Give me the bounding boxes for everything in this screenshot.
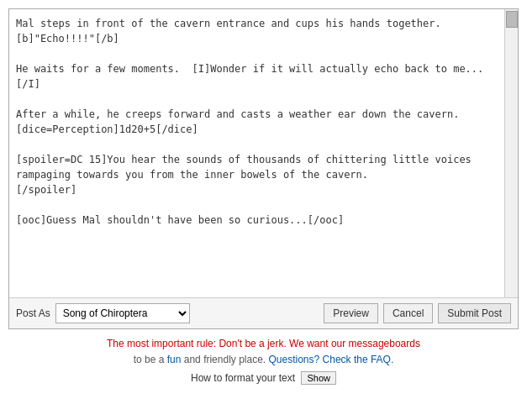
footer-line2-start: to be a <box>134 354 167 365</box>
footer-line1: The most important rule: Don't be a jerk… <box>107 338 420 349</box>
cancel-button[interactable]: Cancel <box>383 303 433 323</box>
show-format-button[interactable]: Show <box>301 371 336 385</box>
editor-container: Mal steps in front of the cavern entranc… <box>8 8 519 329</box>
post-as-label: Post As <box>16 307 50 319</box>
scrollbar[interactable] <box>504 9 518 297</box>
format-bar: How to format your text Show <box>191 371 336 385</box>
post-as-select[interactable]: Song of Chiroptera <box>55 303 190 323</box>
preview-button[interactable]: Preview <box>324 303 378 323</box>
footer-faq-link[interactable]: Questions? Check the FAQ. <box>269 354 394 365</box>
format-text: How to format your text <box>191 372 295 384</box>
textarea-wrapper: Mal steps in front of the cavern entranc… <box>9 9 518 297</box>
footer-text: The most important rule: Don't be a jerk… <box>107 336 420 368</box>
scrollbar-thumb[interactable] <box>506 11 518 28</box>
post-textarea[interactable]: Mal steps in front of the cavern entranc… <box>9 9 504 295</box>
footer-line2-middle: and friendly place. <box>181 354 268 365</box>
footer-fun-link[interactable]: fun <box>167 354 182 365</box>
bottom-bar: Post As Song of Chiroptera Preview Cance… <box>9 297 518 328</box>
submit-post-button[interactable]: Submit Post <box>438 303 511 323</box>
